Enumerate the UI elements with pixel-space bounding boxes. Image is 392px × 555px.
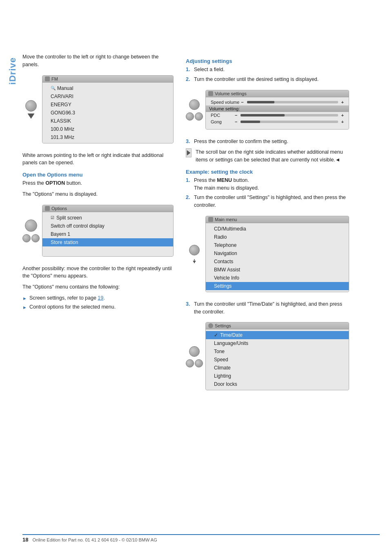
left-settings-btn [186,359,194,367]
vol-plus-2: + [341,113,344,118]
adjusting-steps-list: 1. Select a field. 2. Turn the controlle… [186,66,349,83]
controller-arrows [22,234,40,242]
option-press-text: Press the OPTION button. [22,179,174,187]
clock-step-text-2: Turn the controller until "Settings" is … [194,194,349,209]
mm-telephone: Telephone [206,241,349,249]
clock-step-num-3: 3. [186,300,192,316]
setting-timedate: ✓ Time/Date [206,331,349,339]
clock-step3-list: 3. Turn the controller until "Time/Date"… [186,300,349,316]
step-num-3: 3. [186,138,192,145]
controller-icon-main [186,245,203,264]
left-vol-btn [186,112,194,121]
intro-text: Move the controller to the left or right… [22,53,174,69]
options-icon [45,206,50,211]
fm-item-gong: GONG96.3 [42,109,173,117]
setting-door-locks: Door locks [206,380,349,388]
setting-speed: Speed [206,356,349,364]
adjust-step-1: 1. Select a field. [186,66,349,74]
page-link-19[interactable]: 19 [98,295,103,301]
controller-knob-main [189,245,200,255]
vol-spacer [206,125,349,128]
pdc-row: PDC − + [206,112,349,119]
settings-menu-body: ✓ Time/Date Language/Units Tone Speed Cl… [206,329,349,390]
menu-button-label: MENU [217,177,232,183]
mm-radio: Radio [206,233,349,241]
options-title-bar: Options [42,205,173,212]
controller-icon-settings [186,346,203,367]
page-footer: 18 Online Edition for Part no. 01 41 2 6… [22,534,380,543]
footer-text: Online Edition for Part no. 01 41 2 604 … [32,537,157,542]
bullet-text-1: Screen settings, refer to page 19. [29,294,105,302]
main-menu-screenshot: Main menu CD/Multimedia Radio Telephone … [205,216,349,292]
mm-settings: Settings [206,282,349,290]
clock-step-num-2: 2. [186,194,192,209]
pdc-fill [241,114,284,116]
controller-knob [25,100,37,112]
scroll-note-text: The scroll bar on the right side indicat… [196,148,349,164]
option-switch-off: Switch off control display [42,222,173,230]
another-possibility-text: Another possibility: move the controller… [22,265,174,280]
speed-vol-slider [247,101,338,103]
setting-climate: Climate [206,364,349,372]
options-spacer [42,246,173,255]
option-split-screen: ☑ Split screen [42,214,173,222]
bullet-arrow-1: ► [22,295,27,302]
settings-title-text: Settings [215,323,231,328]
settings-screenshot-container: Settings ✓ Time/Date Language/Units Tone… [186,319,349,394]
speed-vol-label: Speed volume [211,100,239,105]
mm-contacts: Contacts [206,257,349,266]
fm-item-energy: ENERGY [42,101,173,109]
step-num-2: 2. [186,76,192,83]
controller-knob-vol [189,99,200,110]
gong-label: Gong [211,119,233,124]
main-menu-body: CD/Multimedia Radio Telephone Navigation… [206,223,349,292]
step-num-1: 1. [186,66,192,74]
fm-item-101mhz: 101.3 MHz [42,133,173,141]
volume-screenshot-container: Volume settings Speed volume − + Volume … [186,87,349,134]
setting-tone: Tone [206,347,349,356]
checkmark-icon: ✓ [214,332,218,338]
white-arrows-text: White arrows pointing to the left or rig… [22,152,174,167]
scroll-note: The scroll bar on the right side indicat… [186,148,349,164]
main-menu-screenshot-container: Main menu CD/Multimedia Radio Telephone … [186,213,349,296]
gong-slider [241,121,338,123]
left-ctrl-btn [22,234,31,242]
main-menu-title-bar: Main menu [206,216,349,223]
fm-radio-screenshot: FM 🔍 Manual CARIVARI ENERGY GONG96.3 KLA… [42,75,174,143]
svg-marker-3 [193,261,196,263]
clock-step-3: 3. Turn the controller until "Time/Date"… [186,300,349,316]
controller-knob-options [25,219,37,232]
clock-step-1: 1. Press the MENU button. The main menu … [186,177,349,192]
fm-icon [45,76,50,81]
clock-step-2: 2. Turn the controller until "Settings" … [186,194,349,209]
pdc-label: PDC [211,113,233,118]
right-ctrl-btn [31,234,40,242]
svg-marker-0 [28,114,34,119]
fm-item-klassik: KLASSIK [42,117,173,125]
vol-icon [208,91,213,96]
gong-fill [241,121,260,123]
main-content: Move the controller to the left or right… [22,53,380,398]
clock-steps-1-2-list: 1. Press the MENU button. The main menu … [186,177,349,209]
main-menu-icon [208,217,213,222]
options-menu-body: ☑ Split screen Switch off control displa… [42,212,173,256]
speed-volume-row: Speed volume − + [206,99,349,105]
clock-step-num-1: 1. [186,177,192,192]
bullet-text-2: Control options for the selected menu. [29,303,116,311]
adjust-step3-list: 3. Press the controller to confirm the s… [186,138,349,145]
pdc-slider [241,114,338,116]
settings-arrow-icon [191,258,198,264]
controller-icon-options [22,219,40,242]
vol-title-text: Volume settings [215,91,247,96]
speed-vol-fill [247,101,274,103]
vol-menu-body: Speed volume − + Volume setting: PDC − [206,97,349,129]
scroll-triangle-icon [186,148,192,157]
fm-title-bar: FM [42,76,173,83]
options-screenshot-container: Options ☑ Split screen Switch off contro… [22,201,174,261]
right-column: Adjusting settings 1. Select a field. 2.… [186,53,349,398]
vol-plus-1: + [341,100,344,105]
main-menu-title-text: Main menu [215,217,237,222]
vol-minus-1: − [241,100,243,105]
mm-navigation: Navigation [206,249,349,257]
option-store-station: Store station [42,238,173,246]
